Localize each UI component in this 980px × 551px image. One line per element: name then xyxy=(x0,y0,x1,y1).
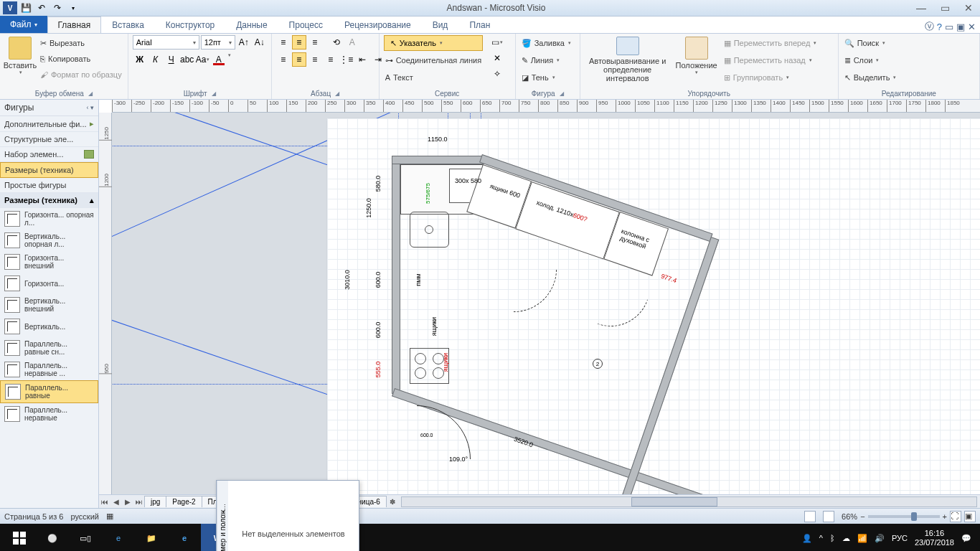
shapes-menu-icon[interactable]: ‹ ▾ xyxy=(87,104,95,111)
case-button[interactable]: Aa▾ xyxy=(196,52,210,67)
tab-plan[interactable]: План xyxy=(458,17,501,33)
maximize-button[interactable]: ▭ xyxy=(936,2,954,14)
page-first-button[interactable]: ⏮ xyxy=(99,498,110,506)
dim-600a[interactable]: 600.0 xyxy=(374,272,382,288)
dim-600b[interactable]: 600.0 xyxy=(374,322,382,339)
tab-review[interactable]: Рецензирование xyxy=(334,17,422,33)
size-position-window[interactable]: Размер и полож... Нет выделенных элемент… xyxy=(216,480,359,551)
ie-button[interactable]: e xyxy=(168,524,201,551)
explorer-button[interactable]: 📁 xyxy=(135,524,168,551)
fit-page-button[interactable]: ⛶ xyxy=(950,511,961,522)
shape-item-0[interactable]: Горизонта... опорная л... xyxy=(0,208,98,230)
dim-555[interactable]: 555.0 xyxy=(374,362,382,378)
shrink-font-button[interactable]: A↓ xyxy=(253,35,267,50)
ribbon-close-icon[interactable]: ✕ xyxy=(968,22,976,32)
redo-icon[interactable]: ↷ xyxy=(50,1,65,14)
people-icon[interactable]: 👤 xyxy=(802,534,812,543)
zoom-out-button[interactable]: − xyxy=(860,512,864,521)
rect-tool-button[interactable]: ▭▾ xyxy=(490,35,504,50)
tab-data[interactable]: Данные xyxy=(225,17,278,33)
line-button[interactable]: ✎Линия▾ xyxy=(520,52,562,68)
taskview-button[interactable]: ▭▯ xyxy=(69,524,102,551)
paragraph-dialog-icon[interactable]: ◢ xyxy=(335,90,339,97)
shadow-button[interactable]: ◪Тень▾ xyxy=(520,70,557,85)
shape-item-3[interactable]: Горизонта... xyxy=(0,273,98,294)
wall[interactable] xyxy=(392,156,485,164)
strike-button[interactable]: abc xyxy=(180,52,194,67)
shape-item-6[interactable]: Параллель... равные сн... xyxy=(0,337,98,359)
more-shapes-button[interactable]: Дополнительные фи...▸ xyxy=(0,116,98,132)
close-button[interactable]: ✕ xyxy=(960,2,977,14)
search-button[interactable]: ⚪ xyxy=(36,524,69,551)
page-last-button[interactable]: ⏭ xyxy=(133,498,145,506)
shape-item-4[interactable]: Вертикаль... внешний xyxy=(0,294,98,316)
zoom-slider[interactable] xyxy=(868,515,940,518)
tab-home[interactable]: Главная xyxy=(47,17,102,33)
onedrive-icon[interactable]: ☁ xyxy=(842,534,850,543)
cut-button[interactable]: ✂Вырезать xyxy=(39,35,123,51)
copy-button[interactable]: ⎘Копировать xyxy=(39,51,123,67)
shape-dialog-icon[interactable]: ◢ xyxy=(560,90,564,97)
autoalign-button[interactable]: Автовыравнивание и определение интервало… xyxy=(585,35,671,83)
connector-tool-button[interactable]: ⊶Соединительная линия xyxy=(384,52,483,68)
font-color-dropdown[interactable]: ▾ xyxy=(228,52,231,67)
crop-tool-button[interactable]: ✧ xyxy=(490,67,504,81)
orientation-button[interactable]: ⟲ xyxy=(329,35,344,50)
shape-item-7[interactable]: Параллель... неравные ... xyxy=(0,359,98,380)
visio-icon[interactable]: V xyxy=(3,1,17,14)
align-center-button[interactable]: ≡ xyxy=(292,52,306,67)
file-tab[interactable]: Файл xyxy=(0,16,47,33)
volume-icon[interactable]: 🔊 xyxy=(875,534,885,543)
sink[interactable] xyxy=(410,212,449,248)
connection-point-button[interactable]: ✕ xyxy=(490,51,504,65)
wall[interactable] xyxy=(392,156,400,394)
bluetooth-icon[interactable]: ᛒ xyxy=(830,534,835,542)
ribbon-minimize-icon[interactable]: ⓥ xyxy=(925,20,934,33)
view-mode-2-button[interactable] xyxy=(823,511,834,522)
text-tool-button[interactable]: AТекст xyxy=(384,70,483,85)
horizontal-scrollbar[interactable] xyxy=(401,496,977,507)
tab-view[interactable]: Вид xyxy=(422,17,459,33)
zoom-in-button[interactable]: + xyxy=(943,512,947,521)
clipboard-dialog-icon[interactable]: ◢ xyxy=(88,90,93,97)
minimize-button[interactable]: — xyxy=(912,2,930,14)
shape-item-2[interactable]: Горизонта... внешний xyxy=(0,251,98,273)
wifi-icon[interactable]: 📶 xyxy=(857,534,867,543)
room-marker-2[interactable]: 2 xyxy=(593,359,603,369)
stencil-collapse-icon[interactable]: ▴ xyxy=(90,196,94,205)
stencil-3[interactable]: Простые фигуры xyxy=(0,178,98,193)
font-size-combo[interactable]: 12пт▾ xyxy=(201,35,235,50)
tray-up-icon[interactable]: ^ xyxy=(819,534,823,542)
ribbon-opt1-icon[interactable]: ▭ xyxy=(945,22,953,32)
angle-arc[interactable] xyxy=(363,405,471,494)
dim-3010[interactable]: 3010.0 xyxy=(344,270,351,290)
save-icon[interactable]: 💾 xyxy=(19,1,33,14)
align-left-button[interactable]: ≡ xyxy=(276,52,291,67)
find-button[interactable]: 🔍Поиск▾ xyxy=(843,35,887,51)
drawing-page[interactable]: 1150.0 580.0 1250.0 3010.0 600.0 600.0 5… xyxy=(327,118,980,494)
tab-process[interactable]: Процесс xyxy=(278,17,334,33)
page-prev-button[interactable]: ◀ xyxy=(110,498,122,506)
select-button[interactable]: ↖Выделить▾ xyxy=(843,70,898,85)
label-drawers-red[interactable]: ящики xyxy=(442,353,449,372)
view-mode-1-button[interactable] xyxy=(804,511,816,522)
fridge[interactable] xyxy=(515,182,620,260)
bring-front-button[interactable]: ▦Переместить вперед▾ xyxy=(722,35,819,51)
status-macro-icon[interactable]: ▦ xyxy=(106,512,113,521)
bold-button[interactable]: Ж xyxy=(133,52,147,67)
clock[interactable]: 16:16 23/07/2018 xyxy=(915,529,954,547)
underline-button[interactable]: Ч xyxy=(164,52,179,67)
label-pmm[interactable]: пмм xyxy=(415,273,422,286)
align-top-button[interactable]: ≡ xyxy=(276,35,291,50)
dim-1250[interactable]: 1250.0 xyxy=(365,198,372,218)
new-page-button[interactable]: ✽ xyxy=(387,498,398,506)
qat-customize-icon[interactable]: ▾ xyxy=(66,1,80,14)
send-back-button[interactable]: ▦Переместить назад▾ xyxy=(722,52,819,68)
stencil-0[interactable]: Структурные эле... xyxy=(0,132,98,147)
ribbon-opt2-icon[interactable]: ▣ xyxy=(956,22,965,32)
indent-dec-button[interactable]: ⇤ xyxy=(355,52,369,67)
italic-button[interactable]: К xyxy=(149,52,163,67)
page-next-button[interactable]: ▶ xyxy=(122,498,133,506)
dim-1150[interactable]: 1150.0 xyxy=(428,136,448,143)
zoom-slider-thumb[interactable] xyxy=(911,512,917,521)
